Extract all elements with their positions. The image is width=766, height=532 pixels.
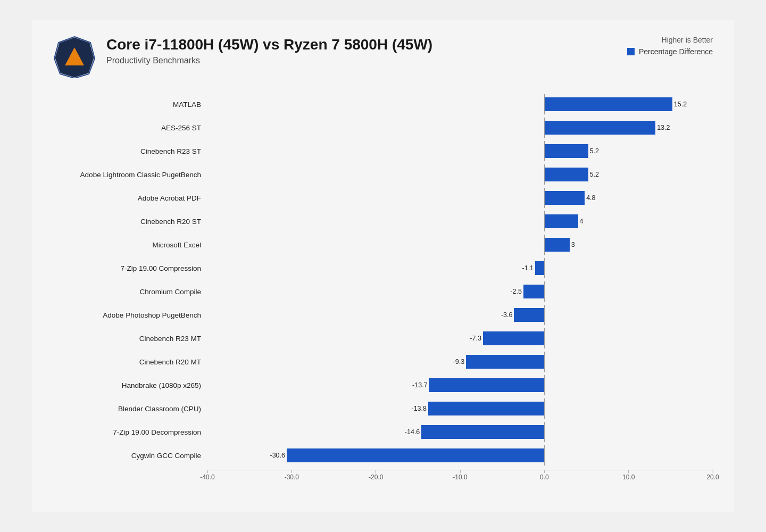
bar-area: -1.1: [207, 258, 713, 278]
bar-row: Adobe Photoshop PugetBench-3.6: [53, 305, 713, 325]
bar-label: Cinebench R23 ST: [53, 147, 207, 155]
bar-value-label: 13.2: [657, 124, 670, 131]
bar-visual: [535, 261, 544, 275]
chart-title: Core i7-11800H (45W) vs Ryzen 7 5800H (4…: [106, 36, 627, 54]
bars-wrapper: -14.6: [207, 422, 713, 442]
bar-visual: [466, 355, 544, 369]
bar-visual: [429, 378, 544, 392]
bar-label: Adobe Acrobat PDF: [53, 194, 207, 202]
bar-row: Cinebench R23 MT-7.3: [53, 328, 713, 348]
bar-label: Cygwin GCC Compile: [53, 452, 207, 460]
title-block: Core i7-11800H (45W) vs Ryzen 7 5800H (4…: [106, 36, 627, 65]
chart-container: Core i7-11800H (45W) vs Ryzen 7 5800H (4…: [32, 20, 734, 512]
bar-area: 3: [207, 235, 713, 255]
x-axis-tick: 0.0: [540, 473, 549, 481]
zero-line: [544, 188, 545, 208]
logo-icon: [53, 36, 96, 78]
bar-value-label: -3.6: [501, 311, 513, 319]
bar-row: AES-256 ST13.2: [53, 118, 713, 138]
legend-label: Percentage Difference: [639, 47, 713, 56]
bar-visual: [544, 214, 578, 228]
bar-label: MATLAB: [53, 101, 207, 109]
bar-row: Handbrake (1080p x265)-13.7: [53, 375, 713, 395]
bar-row: 7-Zip 19.00 Compression-1.1: [53, 258, 713, 278]
zero-line: [544, 305, 545, 325]
bar-value-label: -9.3: [453, 358, 465, 365]
bar-row: Cygwin GCC Compile-30.6: [53, 445, 713, 466]
bar-label: Handbrake (1080p x265): [53, 381, 207, 389]
bar-row: 7-Zip 19.00 Decompression-14.6: [53, 422, 713, 442]
bar-label: 7-Zip 19.00 Decompression: [53, 428, 207, 436]
bar-area: -30.6: [207, 445, 713, 466]
bars-wrapper: 15.2: [207, 94, 713, 114]
bar-area: -2.5: [207, 281, 713, 302]
zero-line: [544, 281, 545, 302]
bars-wrapper: 4.8: [207, 188, 713, 208]
bar-area: 15.2: [207, 94, 713, 114]
bar-area: -13.8: [207, 398, 713, 419]
bars-wrapper: 5.2: [207, 141, 713, 161]
bar-row: Cinebench R20 ST4: [53, 211, 713, 231]
bar-value-label: -14.6: [405, 428, 420, 436]
x-axis-tick: -30.0: [285, 473, 299, 481]
bars-container: MATLAB15.2AES-256 ST13.2Cinebench R23 ST…: [53, 94, 713, 466]
bars-wrapper: -2.5: [207, 281, 713, 302]
x-axis-tick: -10.0: [453, 473, 467, 481]
bar-row: Cinebench R23 ST5.2: [53, 141, 713, 161]
zero-line: [544, 398, 545, 419]
zero-line: [544, 352, 545, 372]
bar-area: -9.3: [207, 352, 713, 372]
bar-row: Adobe Acrobat PDF4.8: [53, 188, 713, 208]
bar-area: 5.2: [207, 164, 713, 185]
zero-line: [544, 94, 545, 114]
bar-visual: [544, 144, 588, 158]
zero-line: [544, 118, 545, 138]
bar-visual: [544, 97, 672, 111]
bar-area: -7.3: [207, 328, 713, 348]
bars-wrapper: -1.1: [207, 258, 713, 278]
bars-wrapper: 4: [207, 211, 713, 231]
bar-label: Cinebench R20 ST: [53, 218, 207, 226]
bar-row: Cinebench R20 MT-9.3: [53, 352, 713, 372]
bar-value-label: 5.2: [590, 147, 599, 155]
x-axis-tick: 20.0: [706, 473, 719, 481]
bar-area: -3.6: [207, 305, 713, 325]
bars-wrapper: 5.2: [207, 164, 713, 185]
chart-subtitle: Productivity Benchmarks: [106, 56, 627, 65]
bar-label: Microsoft Excel: [53, 241, 207, 249]
bar-area: 4.8: [207, 188, 713, 208]
zero-line: [544, 164, 545, 185]
bar-area: 13.2: [207, 118, 713, 138]
bar-visual: [544, 168, 588, 181]
bar-visual: [428, 402, 545, 415]
bars-wrapper: -30.6: [207, 445, 713, 466]
x-axis-tick: -20.0: [369, 473, 383, 481]
bar-area: 4: [207, 211, 713, 231]
bar-value-label: 15.2: [674, 101, 687, 108]
bar-label: Cinebench R23 MT: [53, 335, 207, 343]
bar-value-label: 4: [580, 218, 584, 225]
bar-row: Chromium Compile-2.5: [53, 281, 713, 302]
bar-row: MATLAB15.2: [53, 94, 713, 114]
x-axis-tick: 10.0: [622, 473, 635, 481]
legend-item: Percentage Difference: [627, 47, 713, 56]
bar-label: Chromium Compile: [53, 288, 207, 296]
bars-wrapper: -13.7: [207, 375, 713, 395]
chart-header: Core i7-11800H (45W) vs Ryzen 7 5800H (4…: [53, 36, 713, 78]
bars-wrapper: 3: [207, 235, 713, 255]
bar-value-label: -13.7: [412, 381, 428, 389]
bar-visual: [287, 448, 545, 462]
bar-label: Blender Classroom (CPU): [53, 405, 207, 413]
bars-wrapper: -7.3: [207, 328, 713, 348]
bar-value-label: -2.5: [510, 288, 522, 295]
bar-visual: [523, 285, 545, 298]
bar-value-label: 4.8: [586, 194, 595, 202]
bar-visual: [421, 425, 544, 439]
bar-label: Adobe Photoshop PugetBench: [53, 311, 207, 319]
zero-line: [544, 141, 545, 161]
legend-higher-text: Higher is Better: [627, 36, 713, 44]
bars-wrapper: 13.2: [207, 118, 713, 138]
bar-value-label: 5.2: [590, 171, 599, 178]
bar-area: -13.7: [207, 375, 713, 395]
bar-row: Blender Classroom (CPU)-13.8: [53, 398, 713, 419]
